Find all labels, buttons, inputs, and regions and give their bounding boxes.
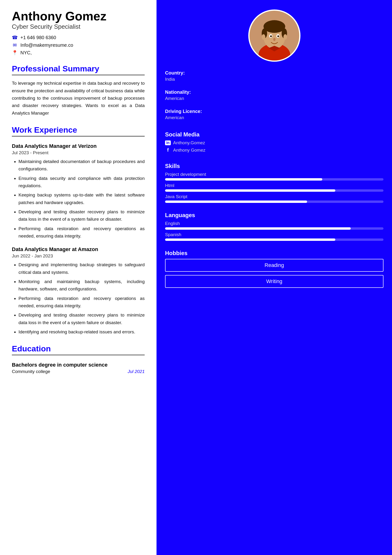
- bullet-item: Performing data restoration and recovery…: [19, 225, 145, 240]
- driving-value: American: [165, 115, 384, 120]
- education-school: Community college: [12, 369, 50, 374]
- phone-icon: ☎: [12, 35, 18, 40]
- job-1-dates: Jul 2023 - Present: [12, 150, 145, 155]
- svg-point-12: [262, 34, 265, 40]
- candidate-title: Cyber Security Specialist: [12, 23, 145, 30]
- skill-2-bar-bg: [165, 189, 384, 192]
- education-date: Jul 2021: [128, 369, 145, 374]
- lang-2-bar-fill: [165, 239, 335, 241]
- linkedin-handle: Anthony.Gomez: [173, 140, 205, 146]
- skill-3-name: Java Script: [165, 194, 384, 199]
- svg-point-9: [270, 35, 272, 37]
- lang-1-name: English: [165, 221, 384, 226]
- contact-email: ✉ Info@makemyresume.co: [12, 42, 145, 48]
- bullet-item: Ensuring data security and compliance wi…: [19, 175, 145, 190]
- facebook-icon: f: [165, 147, 171, 153]
- education-school-row: Community college Jul 2021: [12, 369, 145, 374]
- skills-section: Skills Project development Html Java Scr…: [165, 160, 384, 204]
- work-experience-title: Work Experience: [12, 125, 145, 136]
- bullet-item: Identifying and resolving backup-related…: [19, 328, 145, 336]
- skill-3-bar-fill: [165, 200, 307, 203]
- driving-label: Driving Licence:: [165, 109, 384, 114]
- job-1-bullets: Maintaining detailed documentation of ba…: [12, 158, 145, 240]
- lang-1-bar-fill: [165, 227, 351, 230]
- candidate-name: Anthony Gomez: [12, 9, 145, 23]
- education-title: Education: [12, 344, 145, 355]
- social-media-label: Social Media: [165, 131, 384, 138]
- skill-1: Project development: [165, 172, 384, 181]
- contact-location: 📍 NYC,: [12, 50, 145, 56]
- bullet-item: Monitoring and maintaining backup system…: [19, 278, 145, 293]
- svg-point-10: [277, 35, 279, 37]
- job-2-title: Data Analytics Manager at Amazon: [12, 246, 145, 252]
- linkedin-icon: in: [165, 140, 171, 145]
- professional-summary-text: To leverage my technical expertise in da…: [12, 80, 145, 117]
- lang-1-bar-bg: [165, 227, 384, 230]
- skill-3-bar-bg: [165, 200, 384, 203]
- job-1-title: Data Analytics Manager at Verizon: [12, 143, 145, 149]
- country-section: Country: India: [165, 70, 384, 85]
- svg-point-11: [273, 38, 276, 41]
- bullet-item: Developing and testing disaster recovery…: [19, 208, 145, 223]
- skills-label: Skills: [165, 163, 384, 169]
- job-1: Data Analytics Manager at Verizon Jul 20…: [12, 143, 145, 240]
- hobbies-label: Hobbies: [165, 250, 384, 256]
- hobby-1: Reading: [165, 259, 384, 272]
- avatar: [248, 9, 300, 62]
- skill-2-bar-fill: [165, 189, 335, 192]
- languages-section: Languages English Spanish: [165, 209, 384, 242]
- bullet-item: Developing and testing disaster recovery…: [19, 311, 145, 326]
- bullet-item: Keeping backup systems up-to-date with t…: [19, 191, 145, 206]
- right-panel: Country: India Nationality: American Dri…: [157, 0, 392, 555]
- hobby-2: Writing: [165, 275, 384, 288]
- skill-2: Html: [165, 183, 384, 192]
- driving-section: Driving Licence: American: [165, 109, 384, 123]
- social-media-section: Social Media in Anthony.Gomez f Anthony …: [165, 128, 384, 155]
- nationality-section: Nationality: American: [165, 89, 384, 104]
- languages-label: Languages: [165, 212, 384, 219]
- skill-2-name: Html: [165, 183, 384, 188]
- job-2: Data Analytics Manager at Amazon Jun 202…: [12, 246, 145, 336]
- email-icon: ✉: [12, 42, 18, 48]
- location-icon: 📍: [12, 50, 18, 56]
- nationality-value: American: [165, 96, 384, 101]
- avatar-image: [249, 11, 299, 60]
- lang-2: Spanish: [165, 232, 384, 241]
- lang-2-bar-bg: [165, 239, 384, 241]
- facebook-item: f Anthony Gomez: [165, 147, 384, 153]
- skill-1-bar-fill: [165, 178, 322, 181]
- bullet-item: Designing and implementing backup strate…: [19, 261, 145, 276]
- svg-point-13: [283, 34, 287, 40]
- skill-1-name: Project development: [165, 172, 384, 177]
- nationality-label: Nationality:: [165, 89, 384, 95]
- education-degree: Bachelors degree in computer science: [12, 362, 145, 368]
- country-label: Country:: [165, 70, 384, 76]
- facebook-handle: Anthony Gomez: [173, 148, 205, 153]
- job-2-bullets: Designing and implementing backup strate…: [12, 261, 145, 336]
- skill-1-bar-bg: [165, 178, 384, 181]
- hobbies-section: Hobbies Reading Writing: [165, 247, 384, 291]
- linkedin-item: in Anthony.Gomez: [165, 140, 384, 146]
- skill-3: Java Script: [165, 194, 384, 203]
- left-panel: Anthony Gomez Cyber Security Specialist …: [0, 0, 157, 555]
- bullet-item: Performing data restoration and recovery…: [19, 295, 145, 310]
- professional-summary-title: Professional Summary: [12, 64, 145, 75]
- country-value: India: [165, 77, 384, 82]
- job-2-dates: Jun 2022 - Jan 2023: [12, 253, 145, 259]
- contact-phone: ☎ +1 646 980 6360: [12, 35, 145, 40]
- lang-1: English: [165, 221, 384, 230]
- bullet-item: Maintaining detailed documentation of ba…: [19, 158, 145, 173]
- lang-2-name: Spanish: [165, 232, 384, 237]
